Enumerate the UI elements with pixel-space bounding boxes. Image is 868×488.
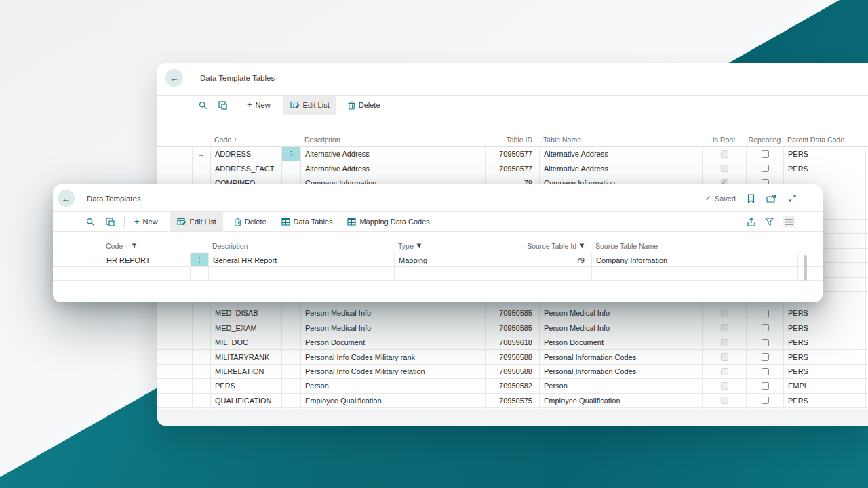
- new-button[interactable]: + New: [131, 216, 161, 227]
- edit-list-icon: [177, 218, 186, 226]
- share-button[interactable]: [747, 218, 756, 226]
- row-selector-cell: [192, 321, 210, 335]
- cell-repeating: [746, 147, 783, 161]
- views-button[interactable]: [102, 216, 118, 228]
- edit-list-button[interactable]: Edit List: [283, 96, 336, 115]
- repeating-checkbox[interactable]: [762, 165, 769, 172]
- back-action-bar: + New Edit List Delete: [157, 95, 868, 115]
- delete-button[interactable]: Delete: [231, 216, 270, 228]
- open-in-window-button[interactable]: [766, 195, 776, 203]
- search-button[interactable]: [195, 100, 211, 111]
- repeating-checkbox[interactable]: [762, 310, 769, 317]
- is-root-checkbox[interactable]: [721, 310, 728, 317]
- desktop-background: ← Data Template Tables + New Edit List: [0, 0, 868, 488]
- column-header-parent-data-code[interactable]: Parent Data Code: [783, 136, 866, 146]
- trash-icon: [348, 101, 355, 110]
- cell-source-table-name: [591, 267, 798, 280]
- cell-more: [281, 379, 300, 392]
- cell-is-root: [702, 336, 746, 349]
- row-selector-cell: [192, 350, 210, 363]
- table-row[interactable]: PERSPerson70950582PersonEMPL: [157, 379, 868, 393]
- bookmark-button[interactable]: [747, 194, 755, 203]
- cell-filler: [798, 267, 823, 280]
- table-row[interactable]: MILITARYRANKPersonal Info Codes Military…: [157, 350, 868, 364]
- cell-table-name: Employee Qualification: [539, 394, 702, 407]
- table-row[interactable]: QUALIFICATIONEmployee Qualification70950…: [157, 394, 868, 408]
- mapping-data-codes-button[interactable]: Mapping Data Codes: [344, 216, 433, 227]
- repeating-checkbox[interactable]: [762, 382, 769, 390]
- list-layout-button[interactable]: [783, 216, 795, 227]
- edit-list-button[interactable]: Edit List: [170, 212, 223, 231]
- cell-parent-data-code: PERS: [783, 365, 866, 378]
- column-header-table-name[interactable]: Table Name: [539, 136, 702, 146]
- column-header-repeating[interactable]: Repeating: [746, 136, 783, 146]
- cell-parent-data-code: PERS: [783, 336, 866, 349]
- repeating-checkbox[interactable]: [762, 353, 769, 361]
- is-root-checkbox[interactable]: [721, 396, 728, 404]
- column-header-type[interactable]: Type: [394, 242, 500, 253]
- search-button[interactable]: [83, 216, 98, 228]
- column-header-code[interactable]: Code ↑: [102, 242, 190, 253]
- vertical-scrollbar[interactable]: [804, 255, 807, 281]
- is-root-checkbox[interactable]: [721, 353, 728, 361]
- views-icon: [218, 101, 227, 110]
- cell-description: Alternative Address: [300, 161, 485, 175]
- is-root-checkbox[interactable]: [721, 324, 728, 331]
- back-button[interactable]: ←: [165, 69, 183, 87]
- is-root-checkbox[interactable]: [721, 150, 728, 158]
- repeating-checkbox[interactable]: [762, 368, 769, 375]
- is-root-checkbox[interactable]: [721, 165, 728, 172]
- row-selector-cell: →: [192, 147, 210, 161]
- data-tables-button[interactable]: Data Tables: [278, 216, 336, 227]
- cell-is-root: [702, 379, 746, 392]
- back-button[interactable]: ←: [58, 190, 75, 207]
- repeating-checkbox[interactable]: [762, 396, 769, 404]
- column-header-is-root[interactable]: Is Root: [702, 136, 746, 146]
- cell-more: [281, 394, 300, 407]
- table-row[interactable]: →ADDRESS⋮Alternative Address70950577Alte…: [157, 147, 868, 161]
- plus-icon: +: [247, 102, 252, 108]
- cell-table-id: 70950582: [485, 379, 539, 392]
- table-row[interactable]: MILRELATIONPersonal Info Codes Military …: [157, 365, 868, 379]
- views-button[interactable]: [215, 100, 231, 111]
- cell-is-root: [702, 321, 746, 335]
- trash-icon: [234, 218, 241, 226]
- table-row[interactable]: ADDRESS_FACTAlternative Address70950577A…: [157, 161, 868, 176]
- column-header-description[interactable]: Description: [208, 242, 394, 253]
- is-root-checkbox[interactable]: [721, 368, 728, 375]
- column-header-code[interactable]: Code ↑: [210, 136, 281, 146]
- table-row[interactable]: MED_EXAMPerson Medical Info70950585Perso…: [157, 321, 868, 336]
- collapse-button[interactable]: [788, 194, 797, 203]
- table-row[interactable]: MED_DISABPerson Medical Info70950585Pers…: [157, 306, 868, 321]
- repeating-checkbox[interactable]: [762, 150, 769, 158]
- cell-description: General HR Report: [208, 253, 394, 266]
- popout-icon: [766, 195, 776, 203]
- bookmark-icon: [747, 194, 755, 203]
- cell-source-table-name: Company Information: [591, 253, 798, 266]
- cell-source-table-id: [500, 267, 591, 280]
- column-header-table-id[interactable]: Table ID: [485, 136, 539, 146]
- row-more-options[interactable]: ⋮: [281, 147, 300, 161]
- cell-more: [281, 350, 300, 363]
- repeating-checkbox[interactable]: [762, 339, 769, 346]
- cell-code: PERS: [210, 379, 281, 392]
- column-header-source-table-name[interactable]: Source Table Name: [591, 242, 798, 253]
- table-row[interactable]: →HR REPORT⋮General HR ReportMapping79Com…: [53, 253, 823, 267]
- delete-button[interactable]: Delete: [344, 100, 384, 111]
- cell-code: QUALIFICATION: [210, 394, 281, 407]
- is-root-checkbox[interactable]: [721, 339, 728, 346]
- cell-table-name: Person Document: [539, 336, 702, 349]
- cell-parent-data-code: PERS: [783, 321, 866, 335]
- repeating-checkbox[interactable]: [762, 324, 769, 331]
- cell-is-root: [702, 350, 746, 363]
- cell-table-id: 70859618: [485, 336, 539, 349]
- row-more-options[interactable]: ⋮: [190, 253, 208, 266]
- is-root-checkbox[interactable]: [721, 382, 728, 390]
- cell-parent-data-code: PERS: [783, 306, 866, 320]
- filter-button[interactable]: [765, 218, 774, 226]
- column-header-source-table-id[interactable]: Source Table Id: [500, 242, 591, 253]
- new-button[interactable]: + New: [243, 100, 274, 110]
- table-row[interactable]: MIL_DOCPerson Document70859618Person Doc…: [157, 336, 868, 350]
- column-header-description[interactable]: Description: [300, 136, 485, 146]
- cell-more: [190, 267, 208, 280]
